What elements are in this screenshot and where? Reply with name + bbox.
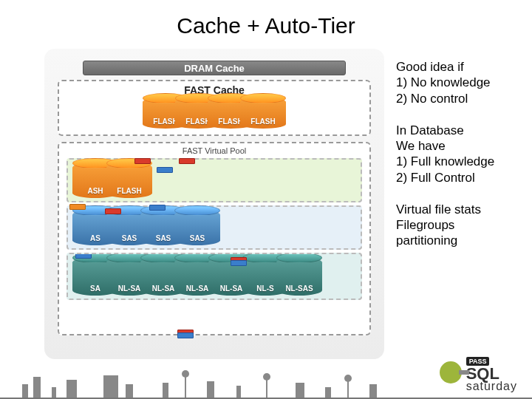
svg-point-16 (344, 375, 352, 382)
note-line: 2) No control (396, 91, 529, 106)
svg-point-12 (263, 373, 270, 381)
svg-rect-2 (52, 387, 56, 399)
fast-cache-box: FAST Cache FLASH FLASH FLASH FLASH (58, 80, 371, 136)
svg-rect-6 (163, 383, 168, 399)
svg-rect-1 (33, 377, 41, 399)
note-line: In Database (396, 123, 529, 138)
notes-column: Good idea if 1) No knowledge 2) No contr… (396, 59, 529, 265)
logo-text-sql: SQL (466, 366, 517, 381)
key-icon (440, 361, 462, 383)
notes-block-1: Good idea if 1) No knowledge 2) No contr… (396, 59, 529, 106)
note-line: 1) No knowledge (396, 75, 529, 90)
svg-rect-14 (325, 387, 331, 399)
fast-pool-label: FAST Virtual Pool (65, 146, 364, 155)
svg-rect-13 (296, 383, 304, 399)
note-line: Virtual file stats (396, 202, 529, 217)
svg-point-8 (182, 370, 189, 378)
flash-disk: FLASH (240, 98, 286, 129)
note-line: We have (396, 138, 529, 154)
cold-block-marker (75, 253, 92, 259)
sas-disk: SAS (174, 210, 220, 245)
hot-block-marker (179, 158, 195, 164)
svg-rect-7 (185, 374, 186, 399)
sql-saturday-logo: PASS SQL saturday (440, 353, 517, 392)
svg-rect-5 (126, 384, 133, 399)
slide-title: Cache + Auto-Tier (0, 0, 532, 38)
logo-text-saturday: saturday (466, 381, 517, 392)
note-line: 1) Full knowledge (396, 154, 529, 169)
flash-tier: ASH FLASH (66, 158, 362, 202)
svg-rect-17 (369, 384, 377, 399)
cold-block-marker (157, 167, 173, 173)
warm-block-marker (69, 204, 86, 210)
flash-disk: FLASH (106, 163, 152, 198)
storage-diagram: DRAM Cache FAST Cache FLASH FLASH FLASH … (44, 49, 384, 359)
note-line: 2) Full Control (396, 170, 529, 185)
nlsas-tier: SA NL-SA NL-SA NL-SA NL-SA NL-S NL-SAS (66, 253, 362, 300)
cold-block-marker (231, 260, 247, 266)
note-line: Good idea if (396, 59, 529, 75)
notes-block-2: In Database We have 1) Full knowledge 2)… (396, 123, 529, 185)
notes-block-3: Virtual file stats Filegroups partitioni… (396, 202, 529, 249)
fast-virtual-pool: FAST Virtual Pool ASH FLASH AS SAS SAS S… (58, 142, 371, 335)
svg-rect-4 (103, 375, 118, 399)
fast-cache-disks: FLASH FLASH FLASH FLASH (65, 98, 364, 129)
svg-rect-10 (236, 386, 241, 399)
cold-block-marker (177, 332, 194, 338)
note-line: Filegroups (396, 217, 529, 233)
hot-block-marker (105, 208, 121, 214)
hot-block-marker (134, 158, 151, 164)
dram-cache-bar: DRAM Cache (83, 61, 346, 75)
nlsas-disk: NL-SAS (276, 257, 322, 296)
svg-rect-3 (66, 380, 77, 399)
cold-block-marker (149, 205, 166, 211)
sas-tier: AS SAS SAS SAS (66, 205, 362, 250)
svg-rect-0 (22, 384, 28, 399)
note-line: partitioning (396, 233, 529, 248)
svg-rect-9 (207, 381, 214, 399)
